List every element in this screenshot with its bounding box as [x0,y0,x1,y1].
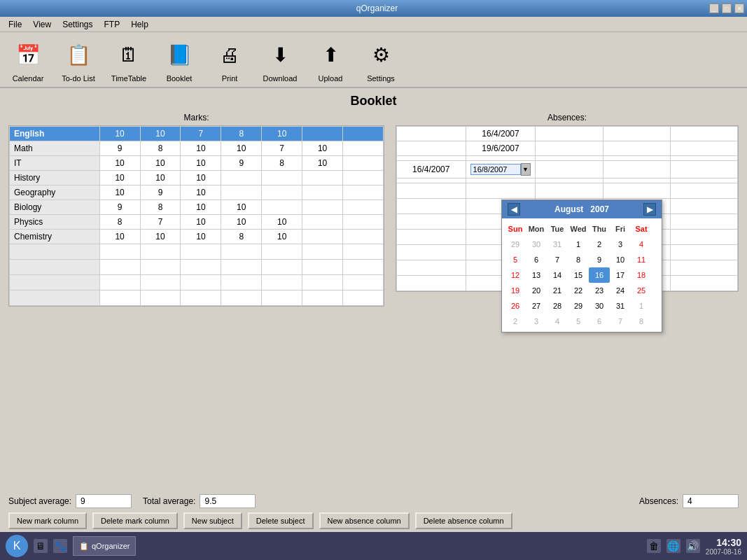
subject-average-input[interactable] [76,494,132,508]
mark-cell[interactable]: 8 [99,215,140,230]
new-absence-column-button[interactable]: New absence column [319,512,410,529]
mark-cell[interactable]: 7 [262,141,302,156]
mark-cell[interactable]: 10 [181,141,221,156]
table-row[interactable]: Biology 9 8 10 10 [10,200,384,215]
cal-day[interactable]: 21 [547,283,568,298]
mark-cell[interactable]: 10 [140,230,181,244]
mark-cell[interactable]: 10 [221,141,262,156]
delete-subject-button[interactable]: Delete subject [248,512,314,529]
mark-cell[interactable]: 10 [140,156,181,171]
absence-date[interactable]: 19/6/2007 [466,141,536,156]
mark-cell[interactable]: 8 [262,156,302,171]
table-row[interactable]: Geography 10 9 10 [10,186,384,200]
table-row[interactable]: Physics 8 7 10 10 10 [10,215,384,230]
mark-cell[interactable]: 10 [140,127,181,141]
menu-ftp[interactable]: FTP [99,18,126,31]
table-row[interactable]: History 10 10 10 [10,171,384,186]
cal-day[interactable]: 11 [631,252,652,267]
mark-cell[interactable]: 8 [221,127,262,141]
tray-icon-recycle[interactable]: 🗑 [647,539,661,553]
table-row[interactable]: Chemistry 10 10 10 8 10 [10,230,384,244]
taskbar-icon-1[interactable]: 🖥 [34,539,48,553]
cal-day[interactable]: 8 [568,252,589,267]
taskbar-app-button[interactable]: 📋 qOrganizer [73,536,136,556]
toolbar-timetable[interactable]: 🗓 TimeTable [106,35,151,84]
mark-cell[interactable]: 10 [262,215,302,230]
calendar-prev-button[interactable]: ◀ [508,203,520,216]
mark-cell[interactable]: 7 [140,215,181,230]
table-row[interactable]: English 10 10 7 8 10 [10,127,384,141]
date-dropdown-button[interactable]: ▼ [521,163,531,176]
mark-cell[interactable]: 10 [99,127,140,141]
cal-day[interactable]: 18 [631,267,652,283]
cal-day[interactable]: 27 [526,298,547,314]
table-row[interactable]: Math 9 8 10 10 7 10 [10,141,384,156]
toolbar-upload[interactable]: ⬆ Upload [308,35,353,84]
cal-day[interactable]: 28 [547,298,568,314]
mark-cell[interactable] [302,171,343,186]
mark-cell[interactable]: 10 [221,200,262,215]
mark-cell[interactable] [343,141,384,156]
mark-cell[interactable]: 10 [262,127,302,141]
toolbar-download[interactable]: ⬇ Download [258,35,302,84]
cal-day[interactable]: 13 [526,267,547,283]
cal-day[interactable]: 17 [610,267,631,283]
date-input[interactable] [470,164,521,175]
cal-day[interactable]: 30 [589,298,610,314]
cal-day[interactable]: 31 [547,237,568,252]
cal-day[interactable]: 25 [631,283,652,298]
mark-cell[interactable]: 10 [99,186,140,200]
mark-cell[interactable] [262,186,302,200]
cal-day[interactable]: 6 [526,252,547,267]
mark-cell[interactable] [221,171,262,186]
cal-day[interactable]: 4 [631,237,652,252]
mark-cell[interactable] [343,171,384,186]
total-average-input[interactable] [200,494,256,508]
mark-cell[interactable] [343,200,384,215]
mark-cell[interactable] [302,230,343,244]
mark-cell[interactable] [343,127,384,141]
mark-cell[interactable]: 10 [181,230,221,244]
mark-cell[interactable]: 9 [99,141,140,156]
mark-cell[interactable] [343,230,384,244]
mark-cell[interactable]: 10 [221,215,262,230]
cal-day[interactable]: 19 [505,283,526,298]
toolbar-booklet[interactable]: 📘 Booklet [157,35,202,84]
mark-cell[interactable]: 8 [221,230,262,244]
mark-cell[interactable]: 10 [181,156,221,171]
cal-day[interactable]: 23 [589,283,610,298]
cal-day[interactable]: 26 [505,298,526,314]
mark-cell[interactable]: 8 [140,141,181,156]
mark-cell[interactable]: 10 [99,171,140,186]
toolbar-calendar[interactable]: 📅 Calendar [6,35,50,84]
mark-cell[interactable]: 10 [181,171,221,186]
taskbar-icon-2[interactable]: 🐾 [53,539,67,553]
cal-day[interactable]: 2 [589,237,610,252]
cal-day[interactable]: 30 [526,237,547,252]
maximize-button[interactable]: □ [722,4,732,13]
cal-day[interactable]: 7 [547,252,568,267]
cal-day[interactable]: 3 [526,314,547,329]
cal-day[interactable]: 5 [505,252,526,267]
mark-cell[interactable]: 9 [221,156,262,171]
menu-file[interactable]: File [3,18,27,31]
mark-cell[interactable]: 10 [302,156,343,171]
cal-day-selected[interactable]: 16 [589,267,610,283]
table-row[interactable]: IT 10 10 10 9 8 10 [10,156,384,171]
cal-day[interactable]: 24 [610,283,631,298]
mark-cell[interactable] [221,186,262,200]
mark-cell[interactable] [302,127,343,141]
close-button[interactable]: ✕ [734,4,744,13]
mark-cell[interactable]: 10 [181,186,221,200]
mark-cell[interactable] [343,156,384,171]
absences-stat-input[interactable] [683,494,739,508]
toolbar-print[interactable]: 🖨 Print [207,35,252,84]
cal-day[interactable]: 7 [610,314,631,329]
mark-cell[interactable] [302,215,343,230]
new-subject-button[interactable]: New subject [183,512,242,529]
mark-cell[interactable] [343,215,384,230]
delete-mark-column-button[interactable]: Delete mark column [92,512,178,529]
mark-cell[interactable] [343,186,384,200]
toolbar-settings[interactable]: ⚙ Settings [358,35,403,84]
mark-cell[interactable]: 10 [140,171,181,186]
